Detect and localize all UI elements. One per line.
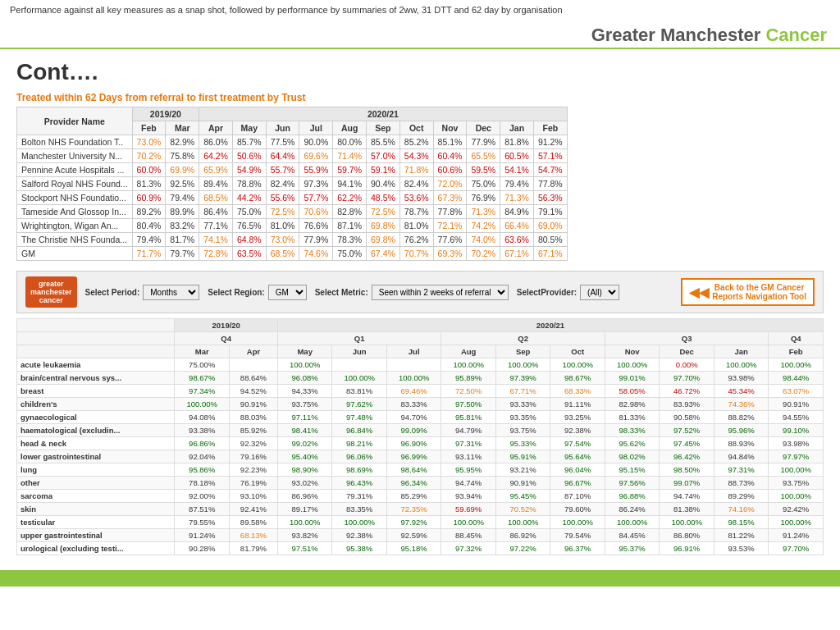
detail-cell: 100.00% xyxy=(332,372,387,385)
detail-cell: 96.88% xyxy=(605,490,660,503)
detail-cell: 97.62% xyxy=(332,398,387,411)
detail-cell: 100.00% xyxy=(605,516,660,529)
provider-name: Manchester University N... xyxy=(17,149,133,163)
month-header-Jul-5: Jul xyxy=(299,121,333,135)
back-button[interactable]: ◀◀ Back to the GM CancerReports Navigati… xyxy=(681,278,815,306)
detail-row-name: testicular xyxy=(17,516,175,529)
detail-cell: 93.21% xyxy=(495,463,550,477)
table-row: Bolton NHS Foundation T..73.0%82.9%86.0%… xyxy=(17,135,568,149)
cell-val: 53.6% xyxy=(399,191,433,205)
detail-cell: 95.15% xyxy=(605,463,660,477)
detail-year2: 2020/21 xyxy=(277,319,823,332)
detail-empty-header xyxy=(17,319,175,332)
detail-cell: 96.06% xyxy=(332,450,387,463)
cell-val: 83.2% xyxy=(166,219,199,233)
detail-month-row: Mar Apr May Jun Jul Aug Sep Oct Nov Dec … xyxy=(17,345,824,358)
year2-header: 2020/21 xyxy=(199,107,568,121)
detail-cell: 100.00% xyxy=(441,516,496,529)
cell-val: 60.5% xyxy=(500,149,534,163)
detail-cell: 88.73% xyxy=(714,477,769,490)
region-select[interactable]: GMAll xyxy=(268,285,307,300)
detail-cell: 97.54% xyxy=(550,437,605,450)
cell-val: 68.5% xyxy=(266,247,299,261)
detail-cell: 98.02% xyxy=(605,450,660,463)
cell-val: 77.9% xyxy=(467,135,500,149)
cell-val: 82.9% xyxy=(166,135,199,149)
cell-val: 81.8% xyxy=(500,135,534,149)
month-header-Feb-12: Feb xyxy=(533,121,567,135)
detail-cell: 92.41% xyxy=(229,503,277,516)
cell-val: 72.1% xyxy=(433,219,467,233)
period-select[interactable]: MonthsQuartersYears xyxy=(143,285,199,300)
detail-cell: 94.84% xyxy=(714,450,769,463)
detail-cell: 93.35% xyxy=(495,411,550,424)
month-header-Oct-8: Oct xyxy=(399,121,433,135)
detail-cell: 94.74% xyxy=(660,490,714,503)
logo-line1: greater xyxy=(30,280,72,288)
detail-cell: 93.75% xyxy=(495,424,550,437)
cell-val: 89.4% xyxy=(199,177,233,191)
detail-q2-header: Q2 xyxy=(441,332,605,345)
detail-cell: 95.18% xyxy=(386,542,441,555)
table-row: Tameside And Glossop In...89.2%89.9%86.4… xyxy=(17,205,568,219)
detail-q1-header: Q1 xyxy=(277,332,441,345)
detail-cell: 79.60% xyxy=(550,503,605,516)
detail-cell: 96.91% xyxy=(660,542,714,555)
detail-cell: 79.16% xyxy=(229,450,277,463)
detail-cell: 98.69% xyxy=(332,463,387,477)
provider-select[interactable]: (All) xyxy=(580,285,619,300)
provider-name: GM xyxy=(17,247,133,261)
detail-cell: 98.41% xyxy=(277,424,332,437)
detail-cell: 67.71% xyxy=(495,385,550,398)
detail-cell: 82.98% xyxy=(605,398,660,411)
detail-cell: 97.32% xyxy=(441,542,496,555)
detail-cell: 88.82% xyxy=(714,411,769,424)
cell-val: 77.6% xyxy=(433,233,467,247)
month-header-Nov-9: Nov xyxy=(433,121,467,135)
detail-cell: 79.55% xyxy=(175,516,230,529)
detail-cell: 97.50% xyxy=(441,398,496,411)
month-header-Dec-10: Dec xyxy=(467,121,500,135)
detail-cell: 98.44% xyxy=(769,372,824,385)
detail-cell: 93.10% xyxy=(229,490,277,503)
logo-box: greater manchester cancer xyxy=(25,276,77,308)
cell-val: 55.6% xyxy=(266,191,299,205)
cell-val: 69.9% xyxy=(166,163,199,177)
cell-val: 76.5% xyxy=(232,219,266,233)
metric-select[interactable]: Seen within 2 weeks of referral Treated … xyxy=(372,285,509,300)
metric-control: Select Metric: Seen within 2 weeks of re… xyxy=(315,285,509,300)
detail-cell: 89.58% xyxy=(229,516,277,529)
table-row: Stockport NHS Foundatio...60.9%79.4%68.5… xyxy=(17,191,568,205)
cell-val: 64.2% xyxy=(199,149,233,163)
footer-bar xyxy=(0,570,840,587)
detail-table: 2019/20 2020/21 Q4 Q1 Q2 Q3 Q4 Mar Apr M… xyxy=(16,318,824,555)
detail-month-aug: Aug xyxy=(441,345,496,358)
cell-val: 71.7% xyxy=(132,247,166,261)
detail-row-name: urological (excluding testi... xyxy=(17,542,175,555)
detail-cell: 72.35% xyxy=(386,503,441,516)
detail-cell: 100.00% xyxy=(441,358,496,372)
cell-val: 60.6% xyxy=(433,163,467,177)
table-row: Manchester University N...70.2%75.8%64.2… xyxy=(17,149,568,163)
detail-cell: 96.43% xyxy=(332,477,387,490)
cell-val: 75.0% xyxy=(333,247,367,261)
detail-cell: 97.51% xyxy=(277,542,332,555)
detail-cell: 83.93% xyxy=(660,398,714,411)
detail-q4-header: Q4 xyxy=(175,332,277,345)
list-item: children's100.00%90.91%93.75%97.62%83.33… xyxy=(17,398,824,411)
detail-cell: 76.19% xyxy=(229,477,277,490)
cell-val: 62.2% xyxy=(333,191,367,205)
provider-name: Wrightington, Wigan An... xyxy=(17,219,133,233)
detail-cell: 97.45% xyxy=(660,437,714,450)
detail-row-name: upper gastrointestinal xyxy=(17,529,175,542)
detail-row-name: gynaecological xyxy=(17,411,175,424)
cell-val: 67.3% xyxy=(433,191,467,205)
cell-val: 48.5% xyxy=(367,191,400,205)
cell-val: 91.2% xyxy=(533,135,567,149)
cell-val: 56.3% xyxy=(533,191,567,205)
list-item: testicular79.55%89.58%100.00%100.00%97.9… xyxy=(17,516,824,529)
cell-val: 82.4% xyxy=(399,177,433,191)
list-item: upper gastrointestinal91.24%68.13%93.82%… xyxy=(17,529,824,542)
table-row: Salford Royal NHS Found...81.3%92.5%89.4… xyxy=(17,177,568,191)
detail-cell: 99.10% xyxy=(769,424,824,437)
